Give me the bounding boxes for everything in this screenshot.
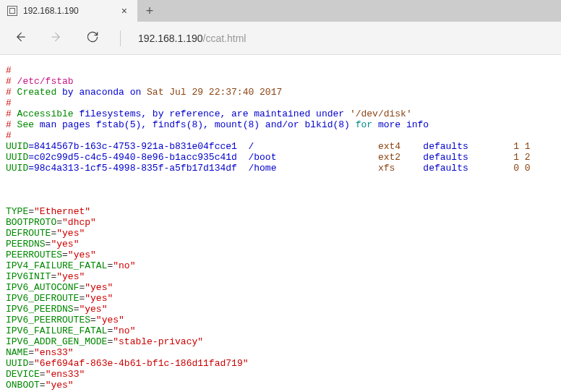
- ifcfg-rows: TYPE="Ethernet" BOOTPROTO="dhcp" DEFROUT…: [6, 195, 555, 391]
- browser-tab[interactable]: 192.168.1.190 ×: [0, 0, 137, 22]
- new-tab-button[interactable]: +: [137, 0, 162, 22]
- arrow-right-icon: [49, 30, 64, 44]
- page-icon: [7, 6, 17, 16]
- toolbar-divider: [120, 30, 121, 46]
- page-content: # # /etc/fstab # Created by anaconda on …: [0, 55, 561, 392]
- fstab-rows: UUID=8414567b-163c-4753-921a-b831e04fcce…: [6, 141, 555, 174]
- address-bar[interactable]: 192.168.1.190/ccat.html: [138, 33, 246, 44]
- tab-bar: 192.168.1.190 × +: [0, 0, 561, 22]
- tab-title: 192.168.1.190: [23, 6, 113, 16]
- refresh-button[interactable]: [82, 27, 103, 49]
- url-host: 192.168.1.190: [138, 33, 203, 44]
- forward-button[interactable]: [46, 27, 67, 49]
- close-icon[interactable]: ×: [119, 5, 130, 17]
- toolbar: 192.168.1.190/ccat.html: [0, 22, 561, 55]
- url-path: /ccat.html: [203, 33, 247, 44]
- arrow-left-icon: [13, 30, 27, 44]
- refresh-icon: [85, 30, 100, 44]
- back-button[interactable]: [10, 27, 30, 49]
